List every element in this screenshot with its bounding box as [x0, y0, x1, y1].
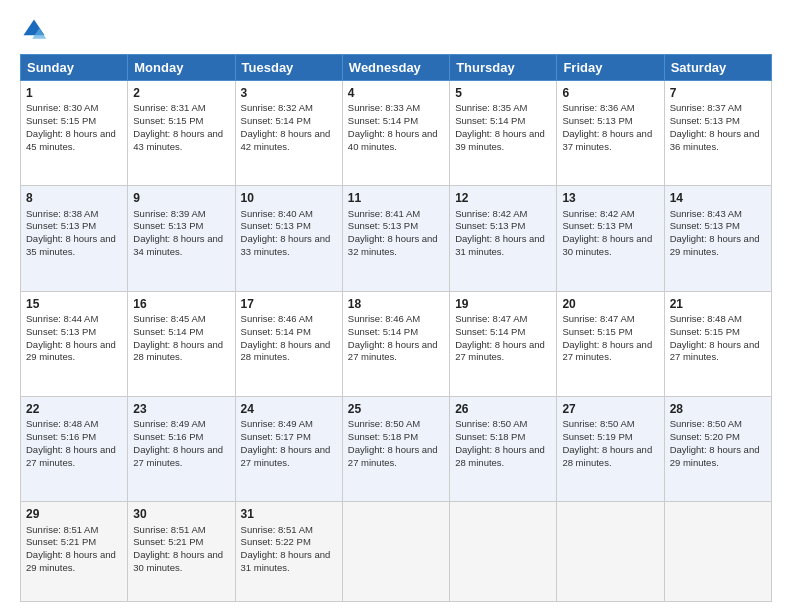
- daylight-label: Daylight: 8 hours and 34 minutes.: [133, 233, 223, 257]
- day-number: 11: [348, 190, 444, 206]
- daylight-label: Daylight: 8 hours and 29 minutes.: [670, 233, 760, 257]
- sunrise-label: Sunrise: 8:50 AM: [348, 418, 420, 429]
- calendar-cell: 3Sunrise: 8:32 AMSunset: 5:14 PMDaylight…: [235, 81, 342, 186]
- sunset-label: Sunset: 5:13 PM: [562, 220, 632, 231]
- logo-icon: [20, 16, 48, 44]
- calendar-cell: 15Sunrise: 8:44 AMSunset: 5:13 PMDayligh…: [21, 291, 128, 396]
- sunrise-label: Sunrise: 8:43 AM: [670, 208, 742, 219]
- calendar-cell: [664, 502, 771, 602]
- logo: [20, 16, 52, 44]
- day-number: 28: [670, 401, 766, 417]
- calendar-cell: 31Sunrise: 8:51 AMSunset: 5:22 PMDayligh…: [235, 502, 342, 602]
- sunrise-label: Sunrise: 8:39 AM: [133, 208, 205, 219]
- calendar-header-tuesday: Tuesday: [235, 55, 342, 81]
- daylight-label: Daylight: 8 hours and 43 minutes.: [133, 128, 223, 152]
- sunrise-label: Sunrise: 8:44 AM: [26, 313, 98, 324]
- daylight-label: Daylight: 8 hours and 42 minutes.: [241, 128, 331, 152]
- calendar-cell: 17Sunrise: 8:46 AMSunset: 5:14 PMDayligh…: [235, 291, 342, 396]
- daylight-label: Daylight: 8 hours and 30 minutes.: [133, 549, 223, 573]
- sunrise-label: Sunrise: 8:40 AM: [241, 208, 313, 219]
- calendar-week-row: 29Sunrise: 8:51 AMSunset: 5:21 PMDayligh…: [21, 502, 772, 602]
- calendar-cell: 19Sunrise: 8:47 AMSunset: 5:14 PMDayligh…: [450, 291, 557, 396]
- day-number: 19: [455, 296, 551, 312]
- sunset-label: Sunset: 5:15 PM: [133, 115, 203, 126]
- sunrise-label: Sunrise: 8:31 AM: [133, 102, 205, 113]
- daylight-label: Daylight: 8 hours and 27 minutes.: [348, 444, 438, 468]
- daylight-label: Daylight: 8 hours and 27 minutes.: [26, 444, 116, 468]
- calendar-cell: 23Sunrise: 8:49 AMSunset: 5:16 PMDayligh…: [128, 397, 235, 502]
- sunrise-label: Sunrise: 8:50 AM: [455, 418, 527, 429]
- day-number: 22: [26, 401, 122, 417]
- sunset-label: Sunset: 5:17 PM: [241, 431, 311, 442]
- daylight-label: Daylight: 8 hours and 40 minutes.: [348, 128, 438, 152]
- sunrise-label: Sunrise: 8:49 AM: [133, 418, 205, 429]
- daylight-label: Daylight: 8 hours and 27 minutes.: [241, 444, 331, 468]
- sunset-label: Sunset: 5:22 PM: [241, 536, 311, 547]
- sunrise-label: Sunrise: 8:45 AM: [133, 313, 205, 324]
- daylight-label: Daylight: 8 hours and 29 minutes.: [26, 549, 116, 573]
- day-number: 26: [455, 401, 551, 417]
- sunset-label: Sunset: 5:13 PM: [455, 220, 525, 231]
- calendar-cell: 10Sunrise: 8:40 AMSunset: 5:13 PMDayligh…: [235, 186, 342, 291]
- calendar-cell: 29Sunrise: 8:51 AMSunset: 5:21 PMDayligh…: [21, 502, 128, 602]
- calendar-cell: 14Sunrise: 8:43 AMSunset: 5:13 PMDayligh…: [664, 186, 771, 291]
- sunrise-label: Sunrise: 8:50 AM: [562, 418, 634, 429]
- daylight-label: Daylight: 8 hours and 27 minutes.: [348, 339, 438, 363]
- sunrise-label: Sunrise: 8:48 AM: [26, 418, 98, 429]
- day-number: 24: [241, 401, 337, 417]
- daylight-label: Daylight: 8 hours and 31 minutes.: [241, 549, 331, 573]
- sunset-label: Sunset: 5:13 PM: [348, 220, 418, 231]
- calendar-week-row: 1Sunrise: 8:30 AMSunset: 5:15 PMDaylight…: [21, 81, 772, 186]
- day-number: 10: [241, 190, 337, 206]
- day-number: 18: [348, 296, 444, 312]
- sunset-label: Sunset: 5:21 PM: [133, 536, 203, 547]
- day-number: 15: [26, 296, 122, 312]
- calendar-cell: 11Sunrise: 8:41 AMSunset: 5:13 PMDayligh…: [342, 186, 449, 291]
- day-number: 16: [133, 296, 229, 312]
- calendar-cell: 5Sunrise: 8:35 AMSunset: 5:14 PMDaylight…: [450, 81, 557, 186]
- sunrise-label: Sunrise: 8:30 AM: [26, 102, 98, 113]
- sunrise-label: Sunrise: 8:48 AM: [670, 313, 742, 324]
- sunrise-label: Sunrise: 8:46 AM: [348, 313, 420, 324]
- day-number: 9: [133, 190, 229, 206]
- calendar-cell: 24Sunrise: 8:49 AMSunset: 5:17 PMDayligh…: [235, 397, 342, 502]
- daylight-label: Daylight: 8 hours and 32 minutes.: [348, 233, 438, 257]
- day-number: 21: [670, 296, 766, 312]
- day-number: 7: [670, 85, 766, 101]
- calendar-cell: 12Sunrise: 8:42 AMSunset: 5:13 PMDayligh…: [450, 186, 557, 291]
- day-number: 5: [455, 85, 551, 101]
- sunset-label: Sunset: 5:13 PM: [26, 326, 96, 337]
- calendar-cell: [450, 502, 557, 602]
- sunrise-label: Sunrise: 8:41 AM: [348, 208, 420, 219]
- sunset-label: Sunset: 5:16 PM: [26, 431, 96, 442]
- calendar-header-monday: Monday: [128, 55, 235, 81]
- calendar-cell: 26Sunrise: 8:50 AMSunset: 5:18 PMDayligh…: [450, 397, 557, 502]
- daylight-label: Daylight: 8 hours and 33 minutes.: [241, 233, 331, 257]
- daylight-label: Daylight: 8 hours and 27 minutes.: [455, 339, 545, 363]
- sunset-label: Sunset: 5:20 PM: [670, 431, 740, 442]
- calendar-cell: 25Sunrise: 8:50 AMSunset: 5:18 PMDayligh…: [342, 397, 449, 502]
- daylight-label: Daylight: 8 hours and 28 minutes.: [133, 339, 223, 363]
- calendar-header-saturday: Saturday: [664, 55, 771, 81]
- sunrise-label: Sunrise: 8:49 AM: [241, 418, 313, 429]
- day-number: 14: [670, 190, 766, 206]
- sunset-label: Sunset: 5:13 PM: [241, 220, 311, 231]
- calendar-header-row: SundayMondayTuesdayWednesdayThursdayFrid…: [21, 55, 772, 81]
- day-number: 6: [562, 85, 658, 101]
- daylight-label: Daylight: 8 hours and 37 minutes.: [562, 128, 652, 152]
- calendar-cell: 4Sunrise: 8:33 AMSunset: 5:14 PMDaylight…: [342, 81, 449, 186]
- day-number: 12: [455, 190, 551, 206]
- sunset-label: Sunset: 5:15 PM: [670, 326, 740, 337]
- calendar-cell: 27Sunrise: 8:50 AMSunset: 5:19 PMDayligh…: [557, 397, 664, 502]
- sunset-label: Sunset: 5:13 PM: [562, 115, 632, 126]
- day-number: 27: [562, 401, 658, 417]
- calendar-cell: 2Sunrise: 8:31 AMSunset: 5:15 PMDaylight…: [128, 81, 235, 186]
- sunset-label: Sunset: 5:14 PM: [133, 326, 203, 337]
- calendar-cell: 16Sunrise: 8:45 AMSunset: 5:14 PMDayligh…: [128, 291, 235, 396]
- day-number: 31: [241, 506, 337, 522]
- day-number: 29: [26, 506, 122, 522]
- calendar-table: SundayMondayTuesdayWednesdayThursdayFrid…: [20, 54, 772, 602]
- day-number: 20: [562, 296, 658, 312]
- daylight-label: Daylight: 8 hours and 28 minutes.: [562, 444, 652, 468]
- sunrise-label: Sunrise: 8:42 AM: [455, 208, 527, 219]
